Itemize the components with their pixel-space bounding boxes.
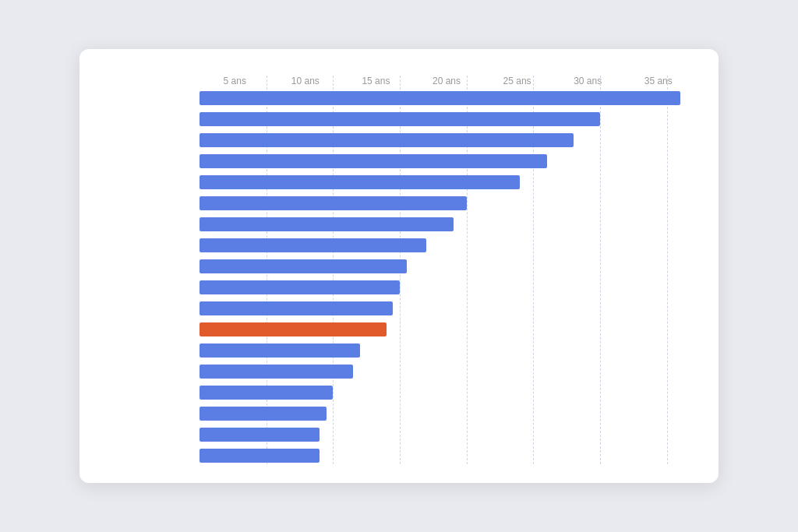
chart-area: 5 ans10 ans15 ans20 ans25 ans30 ans35 an… <box>98 71 694 464</box>
bar-track <box>200 259 694 273</box>
bar-row: Pixies <box>200 342 694 359</box>
bar-fill <box>200 238 426 252</box>
axis-label: 25 ans <box>482 76 553 86</box>
axis-label: 10 ans <box>270 76 341 86</box>
bar-row: Blink 182 <box>200 363 694 380</box>
axis-label: 5 ans <box>200 76 270 86</box>
bar-fill <box>200 91 680 105</box>
bar-row: The Stooges <box>200 111 694 128</box>
bar-track <box>200 175 694 189</box>
bar-fill <box>200 365 353 379</box>
bar-track <box>200 133 694 147</box>
bars-container: The ZombiesThe StoogesNew York DollsLed … <box>200 90 694 464</box>
bar-fill <box>200 322 387 336</box>
chart-card: 5 ans10 ans15 ans20 ans25 ans30 ans35 an… <box>79 49 719 483</box>
bar-fill <box>200 449 320 463</box>
bar-fill <box>200 112 600 126</box>
bar-track <box>200 238 694 252</box>
bar-track <box>200 280 694 294</box>
bar-row: Led Zeppelin <box>200 153 694 170</box>
bar-row: The Buggles <box>200 258 694 275</box>
bar-fill <box>200 301 393 315</box>
bar-row: Dinosaur Jr. <box>200 279 694 296</box>
axis-label: 30 ans <box>553 76 623 86</box>
bar-fill <box>200 344 360 358</box>
bar-fill <box>200 386 333 400</box>
bar-track <box>200 365 694 379</box>
axis-labels-row: 5 ans10 ans15 ans20 ans25 ans30 ans35 an… <box>200 76 694 86</box>
bar-row: Blur <box>200 405 694 422</box>
bar-track <box>200 154 694 168</box>
bar-fill <box>200 154 547 168</box>
bar-fill <box>200 217 454 231</box>
bar-row: The Zombies <box>200 90 694 107</box>
bar-row: New York Dolls <box>200 132 694 149</box>
bar-track <box>200 112 694 126</box>
bar-track <box>200 301 694 315</box>
bar-track <box>200 449 694 463</box>
bar-track <box>200 217 694 231</box>
bar-track <box>200 407 694 421</box>
axis-label: 20 ans <box>411 76 482 86</box>
bar-row: The Grateful Dead <box>200 216 694 233</box>
axis-label: 15 ans <box>341 76 411 86</box>
bar-fill <box>200 133 574 147</box>
bar-fill <box>200 196 467 210</box>
bar-row: The Who <box>200 174 694 191</box>
bar-track <box>200 428 694 442</box>
bar-fill <box>200 175 520 189</box>
bar-fill <box>200 407 327 421</box>
bar-track <box>200 322 694 336</box>
bar-row: Destiny's Child <box>200 384 694 401</box>
bar-row: The Sex Pistols <box>200 237 694 254</box>
bar-row: Blondie <box>200 300 694 317</box>
bar-row: Pulp <box>200 447 694 464</box>
bar-row: Outkast <box>200 426 694 443</box>
bar-fill <box>200 280 400 294</box>
axis-label: 35 ans <box>623 76 694 86</box>
bar-track <box>200 386 694 400</box>
bar-row: OASIS <box>200 321 694 338</box>
bar-fill <box>200 259 407 273</box>
bar-track <box>200 91 694 105</box>
bar-fill <box>200 428 320 442</box>
bar-track <box>200 344 694 358</box>
bar-track <box>200 196 694 210</box>
bar-row: The Police <box>200 195 694 212</box>
